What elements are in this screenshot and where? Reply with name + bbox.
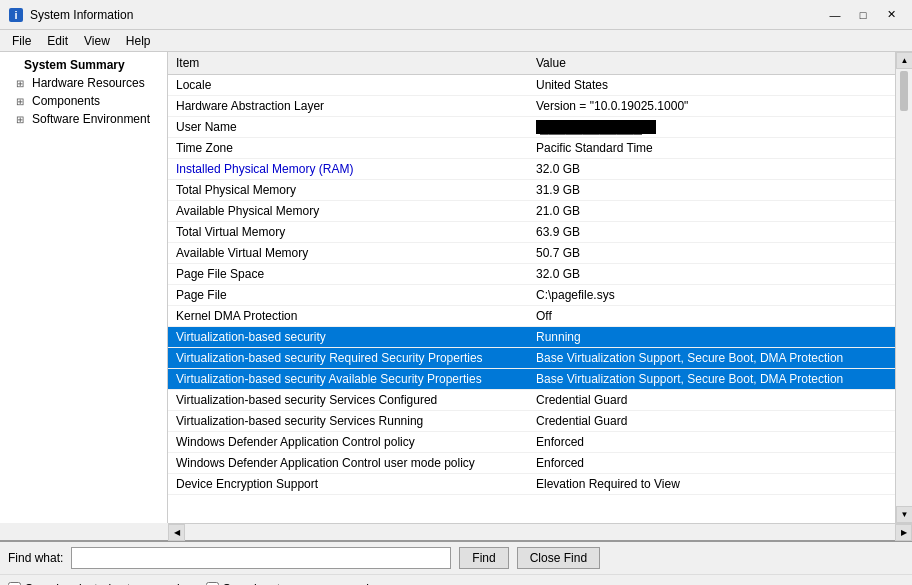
window-controls: — □ ✕ — [822, 5, 904, 25]
minimize-button[interactable]: — — [822, 5, 848, 25]
table-row[interactable]: User Name████████████ — [168, 117, 895, 138]
menu-view[interactable]: View — [76, 32, 118, 50]
table-cell-value: 63.9 GB — [528, 222, 895, 243]
table-cell-value: Base Virtualization Support, Secure Boot… — [528, 369, 895, 390]
table-cell-item: Virtualization-based security Available … — [168, 369, 528, 390]
app-icon: i — [8, 7, 24, 23]
table-cell-item: Virtualization-based security Services R… — [168, 411, 528, 432]
table-cell-item: Installed Physical Memory (RAM) — [168, 159, 528, 180]
sidebar-item-components[interactable]: ⊞ Components — [0, 92, 167, 110]
expand-icon-sw: ⊞ — [16, 114, 28, 125]
table-cell-item: Page File Space — [168, 264, 528, 285]
menu-edit[interactable]: Edit — [39, 32, 76, 50]
vertical-scrollbar[interactable]: ▲ ▼ — [895, 52, 912, 523]
table-row[interactable]: Page File Space32.0 GB — [168, 264, 895, 285]
table-cell-value: Credential Guard — [528, 390, 895, 411]
table-cell-item: Available Physical Memory — [168, 201, 528, 222]
close-button[interactable]: ✕ — [878, 5, 904, 25]
table-cell-value: ████████████ — [528, 117, 895, 138]
table-cell-item: Virtualization-based security Services C… — [168, 390, 528, 411]
sidebar: System Summary ⊞ Hardware Resources ⊞ Co… — [0, 52, 168, 523]
scroll-thumb[interactable] — [900, 71, 908, 111]
table-cell-value: Running — [528, 327, 895, 348]
scroll-left-btn[interactable]: ◀ — [168, 524, 185, 541]
table-row[interactable]: Time ZonePacific Standard Time — [168, 138, 895, 159]
table-cell-value: Version = "10.0.19025.1000" — [528, 96, 895, 117]
col-header-value: Value — [528, 52, 895, 75]
close-find-button[interactable]: Close Find — [517, 547, 600, 569]
table-row[interactable]: Device Encryption SupportElevation Requi… — [168, 474, 895, 495]
window-title: System Information — [30, 8, 822, 22]
sidebar-item-system-summary[interactable]: System Summary — [0, 56, 167, 74]
find-input[interactable] — [71, 547, 451, 569]
table-cell-value: C:\pagefile.sys — [528, 285, 895, 306]
table-row[interactable]: Available Virtual Memory50.7 GB — [168, 243, 895, 264]
search-selected-text: Search selected category only — [25, 582, 186, 586]
table-cell-item: Total Virtual Memory — [168, 222, 528, 243]
table-cell-value: Pacific Standard Time — [528, 138, 895, 159]
table-cell-value: 32.0 GB — [528, 159, 895, 180]
table-cell-item: Virtualization-based security — [168, 327, 528, 348]
col-header-item: Item — [168, 52, 528, 75]
main-container: System Summary ⊞ Hardware Resources ⊞ Co… — [0, 52, 912, 523]
search-category-names-text: Search category names only — [223, 582, 375, 586]
table-cell-value: 31.9 GB — [528, 180, 895, 201]
table-cell-item: Device Encryption Support — [168, 474, 528, 495]
menu-bar: File Edit View Help — [0, 30, 912, 52]
sidebar-item-hardware-resources[interactable]: ⊞ Hardware Resources — [0, 74, 167, 92]
table-cell-value: Base Virtualization Support, Secure Boot… — [528, 348, 895, 369]
table-cell-item: User Name — [168, 117, 528, 138]
table-row[interactable]: Windows Defender Application Control use… — [168, 453, 895, 474]
svg-text:i: i — [14, 9, 17, 21]
title-bar: i System Information — □ ✕ — [0, 0, 912, 30]
table-cell-value: 50.7 GB — [528, 243, 895, 264]
table-row[interactable]: Virtualization-based security Required S… — [168, 348, 895, 369]
table-row[interactable]: Installed Physical Memory (RAM)32.0 GB — [168, 159, 895, 180]
table-cell-value: United States — [528, 75, 895, 96]
table-cell-value: Credential Guard — [528, 411, 895, 432]
find-label: Find what: — [8, 551, 63, 565]
scroll-down-btn[interactable]: ▼ — [896, 506, 912, 523]
maximize-button[interactable]: □ — [850, 5, 876, 25]
sidebar-label: Components — [32, 94, 100, 108]
table-cell-value: Enforced — [528, 432, 895, 453]
search-category-names-label[interactable]: Search category names only — [206, 582, 375, 586]
sidebar-label: Hardware Resources — [32, 76, 145, 90]
checkbox-bar: Search selected category only Search cat… — [0, 574, 912, 585]
search-selected-label[interactable]: Search selected category only — [8, 582, 186, 586]
table-row[interactable]: Virtualization-based securityRunning — [168, 327, 895, 348]
content-wrapper: Item Value LocaleUnited StatesHardware A… — [168, 52, 912, 523]
table-row[interactable]: Total Virtual Memory63.9 GB — [168, 222, 895, 243]
table-row[interactable]: Hardware Abstraction LayerVersion = "10.… — [168, 96, 895, 117]
horizontal-scrollbar[interactable]: ◀ ▶ — [168, 523, 912, 540]
table-cell-value: Elevation Required to View — [528, 474, 895, 495]
table-cell-item: Locale — [168, 75, 528, 96]
content-scroll[interactable]: Item Value LocaleUnited StatesHardware A… — [168, 52, 895, 523]
table-row[interactable]: Windows Defender Application Control pol… — [168, 432, 895, 453]
scroll-right-btn[interactable]: ▶ — [895, 524, 912, 541]
find-button[interactable]: Find — [459, 547, 508, 569]
table-cell-item: Time Zone — [168, 138, 528, 159]
scroll-up-btn[interactable]: ▲ — [896, 52, 912, 69]
table-row[interactable]: Virtualization-based security Services R… — [168, 411, 895, 432]
table-cell-item: Kernel DMA Protection — [168, 306, 528, 327]
table-row[interactable]: Virtualization-based security Services C… — [168, 390, 895, 411]
table-cell-item: Windows Defender Application Control use… — [168, 453, 528, 474]
table-cell-value: Off — [528, 306, 895, 327]
data-table: Item Value LocaleUnited StatesHardware A… — [168, 52, 895, 495]
menu-help[interactable]: Help — [118, 32, 159, 50]
user-name-blurred: ████████████ — [536, 120, 656, 134]
sidebar-item-software-environment[interactable]: ⊞ Software Environment — [0, 110, 167, 128]
expand-icon-hw: ⊞ — [16, 78, 28, 89]
table-cell-item: Hardware Abstraction Layer — [168, 96, 528, 117]
table-row[interactable]: Total Physical Memory31.9 GB — [168, 180, 895, 201]
table-row[interactable]: Page FileC:\pagefile.sys — [168, 285, 895, 306]
menu-file[interactable]: File — [4, 32, 39, 50]
table-cell-value: 21.0 GB — [528, 201, 895, 222]
table-row[interactable]: Kernel DMA ProtectionOff — [168, 306, 895, 327]
table-cell-item: Available Virtual Memory — [168, 243, 528, 264]
table-row[interactable]: LocaleUnited States — [168, 75, 895, 96]
table-cell-item: Windows Defender Application Control pol… — [168, 432, 528, 453]
table-row[interactable]: Available Physical Memory21.0 GB — [168, 201, 895, 222]
table-row[interactable]: Virtualization-based security Available … — [168, 369, 895, 390]
